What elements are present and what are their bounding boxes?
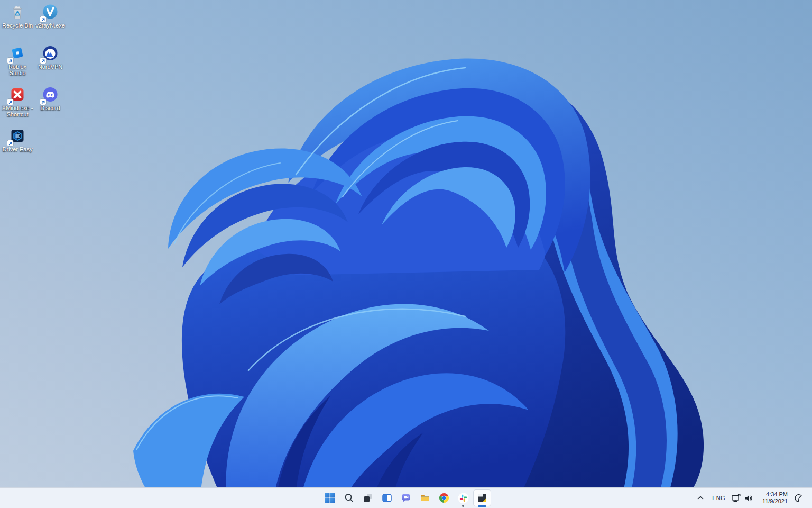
volume-icon: [744, 493, 754, 503]
chrome-icon: [439, 493, 449, 503]
taskbar-center-buttons: [320, 488, 492, 508]
shortcut-arrow-badge: [7, 140, 13, 146]
search-button[interactable]: [340, 489, 358, 506]
desktop-icon-label: v2rayN.exe: [35, 22, 65, 29]
desktop-icon-label: Driver Easy: [3, 146, 33, 152]
teams-chat-icon: [401, 493, 411, 503]
tray-date: 11/9/2021: [762, 498, 788, 505]
slack-button[interactable]: [454, 489, 472, 506]
chrome-button[interactable]: [435, 489, 453, 506]
shortcut-arrow-badge: [7, 99, 13, 105]
system-tray: ENG 4:34 PM 11/9/2021: [694, 488, 812, 508]
hidden-icons-button[interactable]: [694, 490, 707, 506]
network-button[interactable]: [730, 490, 743, 506]
volume-button[interactable]: [743, 490, 755, 506]
recycle-bin-icon: [9, 4, 26, 21]
shortcut-arrow-badge: [40, 99, 46, 105]
desktop-icon-label: NordVPN: [38, 64, 62, 70]
desktop-icon-v2rayn[interactable]: v2rayN.exe: [34, 3, 67, 44]
file-explorer-icon: [420, 493, 430, 503]
active-window-indicator: [478, 505, 486, 507]
desktop-icon-xmind[interactable]: XMind.exe - Shortcut: [1, 86, 34, 127]
task-view-icon: [363, 493, 373, 503]
screenshot-app-icon: [477, 493, 487, 503]
desktop-icon-label: XMind.exe - Shortcut: [2, 105, 33, 118]
chevron-up-icon: [696, 494, 705, 502]
shortcut-arrow-badge: [7, 58, 13, 64]
shortcut-arrow-badge: [40, 16, 46, 22]
start-button[interactable]: [321, 489, 339, 506]
bloom-wallpaper: [0, 0, 812, 508]
windows-start-icon: [325, 493, 335, 503]
search-icon: [344, 493, 354, 503]
desktop-icon-grid: Recycle Bin v2rayN.exe: [1, 3, 67, 168]
tray-time: 4:34 PM: [766, 491, 788, 498]
widgets-icon: [382, 493, 392, 503]
running-indicator: [462, 505, 464, 507]
focus-assist-button[interactable]: [791, 490, 805, 506]
slack-icon: [458, 493, 469, 504]
focus-assist-moon-icon: [793, 493, 803, 503]
desktop-icon-label: Roblox Studio: [2, 64, 33, 77]
desktop-icon-driver-easy[interactable]: Driver Easy: [1, 127, 34, 168]
taskbar: ENG 4:34 PM 11/9/2021: [0, 487, 812, 508]
network-ethernet-icon: [731, 493, 741, 503]
clock[interactable]: 4:34 PM 11/9/2021: [759, 490, 791, 506]
desktop-icon-roblox-studio[interactable]: Roblox Studio: [1, 44, 34, 86]
language-indicator[interactable]: ENG: [707, 490, 730, 506]
desktop-icon-nordvpn[interactable]: NordVPN: [34, 44, 67, 86]
desktop-icon-discord[interactable]: Discord: [34, 86, 67, 127]
shortcut-arrow-badge: [40, 58, 46, 64]
desktop-icon-label: Recycle Bin: [2, 22, 33, 29]
desktop-icon-recycle-bin[interactable]: Recycle Bin: [1, 3, 34, 44]
widgets-button[interactable]: [378, 489, 396, 506]
task-view-button[interactable]: [359, 489, 377, 506]
screenshot-app-button[interactable]: [473, 489, 491, 506]
windows-11-desktop: Recycle Bin v2rayN.exe: [0, 0, 812, 508]
desktop-icon-label: Discord: [40, 105, 60, 111]
file-explorer-button[interactable]: [416, 489, 434, 506]
chat-button[interactable]: [397, 489, 415, 506]
